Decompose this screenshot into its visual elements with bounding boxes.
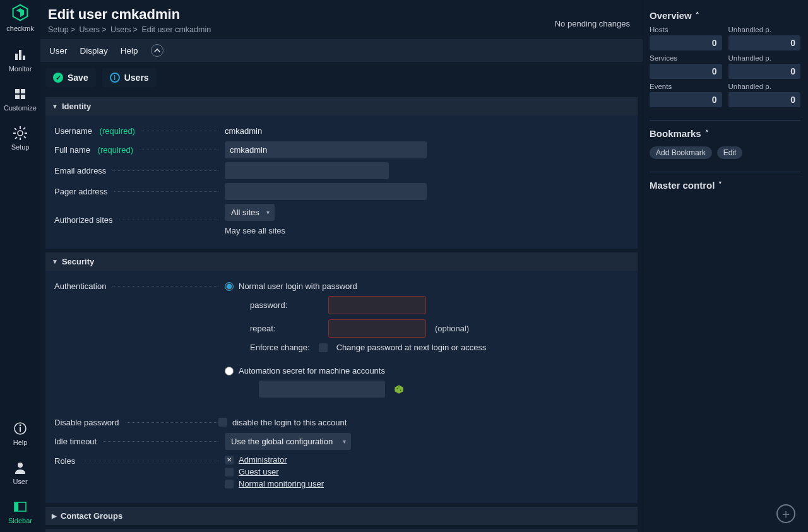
role-checkbox[interactable] [225,480,234,488]
checkmk-logo-icon [11,4,29,21]
master-control-snapin-title[interactable]: Master control ˅ [650,180,800,191]
save-button[interactable]: ✓ Save [45,68,96,87]
auth-automation-radio[interactable]: Automation secret for machine accounts [225,364,629,378]
authsites-label: Authorized sites [54,215,113,225]
sidebar-item-monitor[interactable]: Monitor [0,41,40,80]
overview-cell[interactable]: Hosts 0 [650,26,722,50]
auth-automation-radio-input[interactable] [225,367,234,375]
overview-cell-label: Services [650,54,722,62]
sidebar-item-setup[interactable]: Setup [0,119,40,158]
overview-cell-label: Events [650,83,722,90]
sidebar-item-label: Help [0,439,40,446]
section-collapsed-header[interactable]: ▶ Notifications [45,529,638,532]
fullname-input[interactable] [225,141,427,158]
breadcrumb-item: Edit user cmkadmin [141,25,211,34]
auth-normal-radio[interactable]: Normal user login with password [225,279,629,293]
password-input[interactable] [328,296,426,314]
password-repeat-input[interactable] [328,319,426,338]
password-label: password: [250,300,319,310]
section-security-header[interactable]: ▼ Security [45,252,638,271]
add-snapin-button[interactable]: ＋ [776,504,795,523]
edit-bookmarks-button[interactable]: Edit [717,146,743,159]
brand-logo[interactable]: checkmk [6,4,33,32]
repeat-hint: (optional) [435,324,469,333]
overview-cell[interactable]: Events 0 [650,83,722,107]
chevron-down-icon: ˅ [718,181,722,189]
svg-rect-12 [25,133,27,134]
users-button[interactable]: Users [102,68,157,87]
chevron-up-icon [154,47,160,54]
overview-cell-value: 0 [650,35,722,50]
overview-cell-value: 0 [728,35,801,50]
disable-password-checkbox[interactable] [218,418,227,427]
sidebar-item-label: Setup [0,143,40,151]
info-icon [110,73,120,83]
section-collapsed-header[interactable]: ▶ Contact Groups [45,507,638,525]
svg-rect-4 [15,89,20,93]
overview-cell[interactable]: Services 0 [650,54,722,79]
roles-label: Roles [54,456,75,466]
enforce-change-checkbox[interactable] [319,343,328,352]
authsites-select[interactable]: All sites [225,204,275,221]
triangle-down-icon: ▼ [52,258,58,265]
breadcrumb-item[interactable]: Users [110,25,131,34]
sidebar-item-help[interactable]: Help [0,415,40,454]
role-link[interactable]: Guest user [239,467,279,476]
enforce-label: Enforce change: [250,343,310,352]
svg-point-24 [396,387,398,389]
role-checkbox[interactable] [225,456,234,464]
breadcrumb-item[interactable]: Users [79,25,100,34]
overview-cell-label: Unhandled p. [728,83,801,90]
svg-rect-9 [20,126,21,129]
svg-rect-7 [21,95,25,99]
save-button-label: Save [68,73,88,83]
idle-timeout-select[interactable]: Use the global configuration [225,433,351,450]
menu-help[interactable]: Help [121,46,138,56]
disable-password-label: Disable password [54,418,119,427]
main-content: Edit user cmkadmin Setup> Users> Users> … [40,0,643,532]
svg-rect-10 [20,138,21,140]
role-row: Administrator [225,454,629,466]
section-identity-header[interactable]: ▼ Identity [45,97,638,115]
add-bookmark-button[interactable]: Add Bookmark [650,146,712,159]
sidebar-item-customize[interactable]: Customize [0,80,40,119]
role-checkbox[interactable] [225,468,234,476]
automation-secret-input[interactable] [259,381,385,398]
collapse-menu-button[interactable] [151,44,163,57]
overview-cell[interactable]: Unhandled p. 0 [728,83,801,107]
bookmarks-snapin-title[interactable]: Bookmarks ˄ [650,128,800,139]
sidebar-item-user[interactable]: User [0,454,40,493]
overview-cell-label: Hosts [650,26,722,33]
overview-cell[interactable]: Unhandled p. 0 [728,26,801,50]
svg-rect-11 [13,133,16,134]
sidebar-item-sidebar[interactable]: Sidebar [0,493,40,532]
breadcrumb-item[interactable]: Setup [48,25,69,34]
grid-icon [13,86,28,102]
menu-display[interactable]: Display [80,46,108,56]
action-bar: ✓ Save Users [40,62,643,93]
svg-rect-22 [15,502,18,511]
svg-point-19 [20,425,21,427]
email-input[interactable] [225,162,389,179]
overview-cell-value: 0 [728,92,801,107]
authsites-hint: May see all sites [225,226,629,235]
right-sidebar: Overview ˄ Hosts 0Unhandled p. 0Services… [643,0,808,532]
auth-label: Authentication [54,281,106,291]
role-link[interactable]: Normal monitoring user [239,479,324,488]
enforce-change-label: Change password at next login or access [336,343,487,352]
pending-changes-status[interactable]: No pending changes [555,6,630,28]
section-title: Identity [62,102,91,111]
pager-input[interactable] [225,183,427,200]
menu-user[interactable]: User [49,46,68,56]
required-tag: (required) [98,145,133,155]
overview-cell[interactable]: Unhandled p. 0 [728,54,801,79]
fullname-label: Full name [54,145,90,155]
dice-icon[interactable] [394,384,404,394]
overview-grid: Hosts 0Unhandled p. 0Services 0Unhandled… [650,26,800,107]
auth-normal-radio-input[interactable] [225,282,234,291]
role-link[interactable]: Administrator [239,455,287,464]
overview-cell-value: 0 [650,92,722,107]
overview-snapin-title[interactable]: Overview ˄ [650,10,800,21]
section-identity-body: Username (required) cmkadmin Full name (… [45,115,638,249]
gear-icon [13,126,28,141]
